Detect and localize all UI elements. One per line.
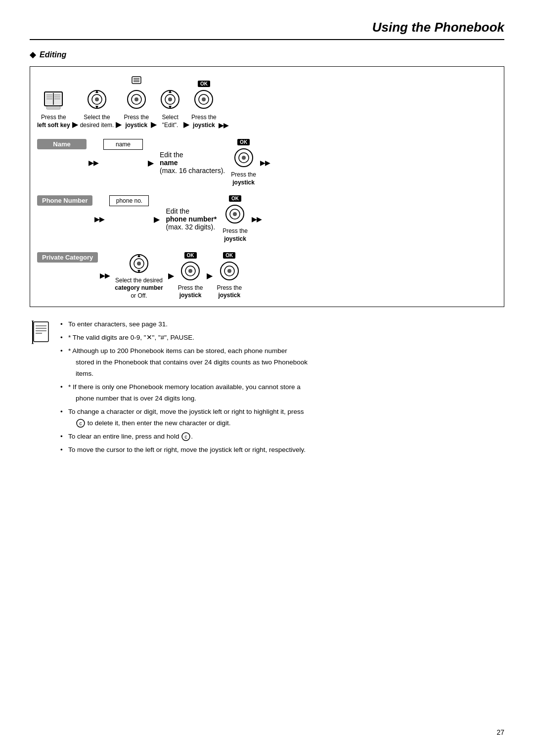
- step1-book: Press the left soft key: [37, 90, 70, 129]
- ok-joystick-3: OK Press the joystick: [222, 195, 248, 243]
- svg-rect-9: [46, 106, 60, 109]
- name-joystick-label: Press the joystick: [231, 171, 256, 186]
- name-field: name: [103, 139, 143, 150]
- arrow-double-6: ▶▶: [98, 272, 112, 279]
- joystick-ok-icon-4: [179, 260, 202, 282]
- svg-rect-47: [34, 322, 48, 342]
- step4-joystick: Select "Edit".: [159, 88, 181, 129]
- row1: Press the left soft key ▶ Select the des…: [37, 76, 497, 129]
- row2: Name ▶▶ name ▶ Edit the name (max. 16 ch…: [37, 139, 497, 186]
- phone-field: phone no.: [109, 195, 149, 206]
- joystick-press-icon: [125, 88, 148, 111]
- ok-badge-5: OK: [223, 252, 235, 259]
- arrow-double-5: ▶▶: [250, 216, 264, 223]
- ok-badge-4: OK: [184, 252, 197, 259]
- book-icon: [41, 90, 66, 111]
- arrow-double-1: ▶▶: [217, 122, 230, 129]
- joystick-category-icon: [128, 252, 150, 275]
- step3-joystick-menu: Press the joystick: [124, 76, 149, 129]
- step1-label: Press the left soft key: [37, 114, 70, 129]
- name-edit-text: Edit the name (max. 16 characters).: [160, 151, 225, 175]
- note-item-4: * If there is only one Phonebook memory …: [60, 382, 308, 404]
- step5-label: Press the joystick: [191, 114, 217, 129]
- arrow4: ▶: [181, 120, 191, 129]
- svg-text:c: c: [185, 434, 187, 440]
- category-select-label: Select the desired category number or Of…: [115, 277, 163, 300]
- step2-joystick: Select the desired item.: [80, 88, 114, 129]
- arrow6: ▶: [152, 215, 162, 224]
- ok-joystick-2: OK Press the joystick: [231, 139, 256, 186]
- arrow5: ▶: [146, 158, 156, 168]
- arrow-double-2: ▶▶: [87, 159, 100, 167]
- svg-point-46: [227, 269, 231, 273]
- ok-badge-2: OK: [237, 139, 250, 145]
- joystick-ok-icon-5: [218, 260, 241, 282]
- arrow-double-3: ▶▶: [258, 159, 272, 167]
- step5-ok-joystick: OK Press the joystick: [191, 81, 217, 129]
- row3: Phone Number ▶▶ phone no. ▶ Edit the pho…: [37, 195, 497, 243]
- section-heading: Editing: [30, 50, 504, 59]
- ok-joystick-5: OK Press the joystick: [217, 252, 242, 300]
- row4: Private Category ▶▶ Select the desired c…: [37, 252, 497, 300]
- arrow7: ▶: [166, 271, 176, 280]
- svg-point-24: [168, 97, 172, 101]
- phone-field-col: phone no.: [109, 195, 149, 206]
- diagram-box: Press the left soft key ▶ Select the des…: [30, 66, 504, 307]
- arrow3: ▶: [149, 120, 159, 129]
- joystick-select-icon: [159, 88, 181, 111]
- category-joystick1-label: Press the joystick: [178, 284, 203, 300]
- note-item-5: To change a character or digit, move the…: [60, 406, 308, 429]
- arrow-double-4: ▶▶: [92, 216, 106, 223]
- note-item-2: * The valid digits are 0-9, "✕", "#", PA…: [60, 332, 308, 344]
- svg-point-35: [233, 212, 237, 216]
- step3-label: Press the joystick: [124, 114, 149, 129]
- step4-label: Select "Edit".: [162, 114, 178, 129]
- svg-point-21: [134, 97, 138, 101]
- svg-point-43: [188, 269, 192, 273]
- svg-point-38: [137, 262, 141, 266]
- arrow1: ▶: [70, 120, 80, 129]
- svg-point-32: [242, 156, 246, 160]
- ok-joystick-4: OK Press the joystick: [178, 252, 203, 300]
- note-item-6: To clear an entire line, press and hold …: [60, 431, 308, 443]
- ok-badge-3: OK: [229, 195, 241, 202]
- ok-badge-1: OK: [198, 81, 210, 87]
- note-item-3: * Although up to 200 Phonebook items can…: [60, 346, 308, 380]
- category-tag: Private Category: [37, 252, 98, 263]
- joystick-ok-icon-1: [192, 88, 215, 111]
- joystick-updown-icon: [86, 88, 108, 111]
- note-item-1: To enter characters, see page 31.: [60, 319, 308, 330]
- joystick-ok-icon-2: [232, 146, 255, 169]
- joystick-ok-icon-3: [223, 203, 246, 225]
- name-field-col: name: [103, 139, 143, 150]
- category-joystick-col: Select the desired category number or Of…: [115, 252, 163, 300]
- step2-label: Select the desired item.: [80, 114, 114, 129]
- page-title: Using the Phonebook: [30, 20, 504, 40]
- svg-point-12: [95, 97, 99, 101]
- arrow2: ▶: [114, 120, 124, 129]
- name-tag: Name: [37, 139, 87, 149]
- category-joystick2-label: Press the joystick: [217, 284, 242, 300]
- menu-icon: [131, 76, 142, 86]
- note-item-7: To move the cursor to the left or right,…: [60, 445, 308, 456]
- notes-section: To enter characters, see page 31. * The …: [30, 319, 504, 457]
- note-icon: [30, 320, 52, 347]
- phone-tag: Phone Number: [37, 195, 92, 206]
- svg-point-29: [202, 97, 206, 101]
- notes-list: To enter characters, see page 31. * The …: [60, 319, 308, 457]
- phone-edit-text: Edit the phone number* (max. 32 digits).: [166, 207, 217, 231]
- page-number: 27: [496, 728, 504, 736]
- svg-text:c: c: [80, 421, 82, 426]
- phone-joystick-label: Press the joystick: [222, 227, 248, 243]
- ok-joystick-1: OK: [192, 81, 215, 111]
- arrow8: ▶: [205, 271, 215, 280]
